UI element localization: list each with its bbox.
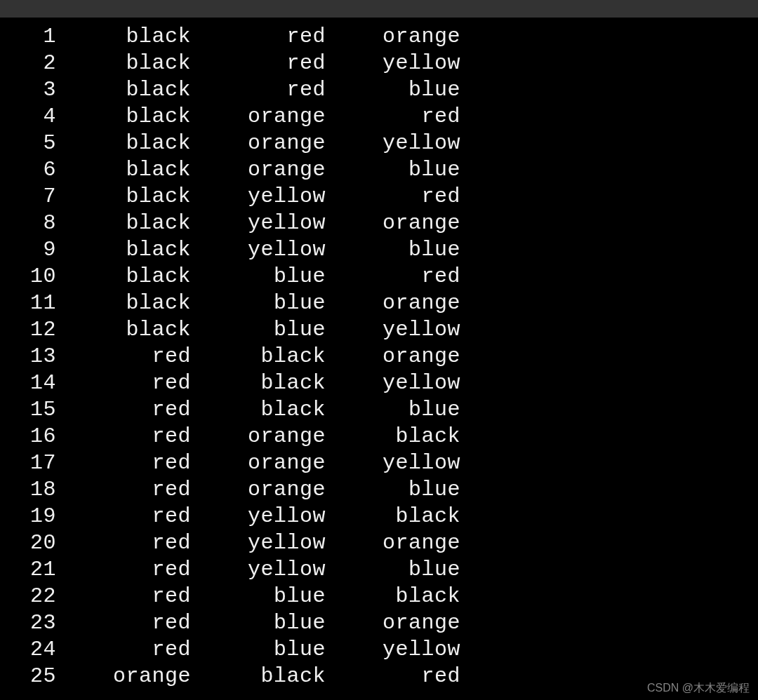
color-col-3: blue (326, 76, 460, 103)
color-col-1: black (56, 130, 191, 156)
output-row: 20redyelloworange (0, 530, 758, 556)
color-col-2: orange (191, 423, 326, 450)
row-index: 1 (0, 23, 56, 50)
color-col-2: blue (191, 263, 326, 290)
color-col-3: orange (326, 530, 460, 556)
output-row: 3blackredblue (0, 76, 758, 103)
row-index: 2 (0, 50, 56, 76)
output-row: 7blackyellowred (0, 183, 758, 210)
color-col-2: orange (191, 103, 326, 130)
output-row: 12blackblueyellow (0, 316, 758, 343)
color-col-1: black (56, 183, 191, 210)
row-index: 23 (0, 610, 56, 636)
color-col-3: yellow (326, 636, 460, 663)
row-index: 10 (0, 263, 56, 290)
color-col-3: black (326, 583, 460, 610)
row-index: 17 (0, 450, 56, 476)
output-row: 16redorangeblack (0, 423, 758, 450)
row-index: 18 (0, 476, 56, 503)
output-row: 19redyellowblack (0, 503, 758, 530)
color-col-3: red (326, 263, 460, 290)
row-index: 19 (0, 503, 56, 530)
color-col-1: red (56, 396, 191, 423)
color-col-3: blue (326, 556, 460, 583)
color-col-3: blue (326, 396, 460, 423)
color-col-2: red (191, 50, 326, 76)
output-row: 1blackredorange (0, 23, 758, 50)
output-row: 8blackyelloworange (0, 210, 758, 236)
row-index: 20 (0, 530, 56, 556)
color-col-1: black (56, 50, 191, 76)
color-col-3: yellow (326, 450, 460, 476)
color-col-2: black (191, 663, 326, 689)
color-col-3: orange (326, 210, 460, 236)
output-row: 2blackredyellow (0, 50, 758, 76)
color-col-3: orange (326, 290, 460, 316)
output-row: 5blackorangeyellow (0, 130, 758, 156)
row-index: 12 (0, 316, 56, 343)
color-col-2: orange (191, 156, 326, 183)
color-col-3: red (326, 103, 460, 130)
color-col-1: red (56, 503, 191, 530)
color-col-1: orange (56, 663, 191, 689)
color-col-1: black (56, 210, 191, 236)
row-index: 21 (0, 556, 56, 583)
color-col-1: black (56, 290, 191, 316)
color-col-1: black (56, 23, 191, 50)
color-col-2: blue (191, 316, 326, 343)
color-col-1: red (56, 450, 191, 476)
color-col-2: black (191, 396, 326, 423)
color-col-2: blue (191, 610, 326, 636)
row-index: 22 (0, 583, 56, 610)
color-col-2: orange (191, 450, 326, 476)
terminal-output: 1blackredorange2blackredyellow3blackredb… (0, 18, 758, 689)
window-title-bar[interactable] (0, 0, 758, 18)
output-row: 11blackblueorange (0, 290, 758, 316)
output-row: 22redblueblack (0, 583, 758, 610)
color-col-2: yellow (191, 503, 326, 530)
color-col-1: red (56, 343, 191, 370)
row-index: 8 (0, 210, 56, 236)
output-row: 23redblueorange (0, 610, 758, 636)
color-col-2: blue (191, 583, 326, 610)
color-col-2: yellow (191, 210, 326, 236)
output-row: 18redorangeblue (0, 476, 758, 503)
row-index: 14 (0, 370, 56, 396)
color-col-3: orange (326, 23, 460, 50)
row-index: 15 (0, 396, 56, 423)
color-col-1: black (56, 263, 191, 290)
output-row: 13redblackorange (0, 343, 758, 370)
color-col-1: black (56, 236, 191, 263)
color-col-2: black (191, 343, 326, 370)
row-index: 7 (0, 183, 56, 210)
color-col-1: red (56, 583, 191, 610)
output-row: 17redorangeyellow (0, 450, 758, 476)
output-row: 24redblueyellow (0, 636, 758, 663)
color-col-2: yellow (191, 556, 326, 583)
row-index: 6 (0, 156, 56, 183)
output-row: 21redyellowblue (0, 556, 758, 583)
row-index: 25 (0, 663, 56, 689)
color-col-1: red (56, 423, 191, 450)
output-row: 6blackorangeblue (0, 156, 758, 183)
color-col-2: orange (191, 476, 326, 503)
row-index: 16 (0, 423, 56, 450)
color-col-2: blue (191, 636, 326, 663)
color-col-3: yellow (326, 316, 460, 343)
color-col-2: blue (191, 290, 326, 316)
color-col-1: red (56, 530, 191, 556)
color-col-1: black (56, 103, 191, 130)
color-col-2: yellow (191, 236, 326, 263)
output-row: 10blackbluered (0, 263, 758, 290)
color-col-3: blue (326, 236, 460, 263)
color-col-1: black (56, 76, 191, 103)
color-col-3: orange (326, 610, 460, 636)
color-col-3: black (326, 423, 460, 450)
output-row: 9blackyellowblue (0, 236, 758, 263)
output-row: 15redblackblue (0, 396, 758, 423)
output-row: 25orangeblackred (0, 663, 758, 689)
row-index: 9 (0, 236, 56, 263)
color-col-1: black (56, 156, 191, 183)
color-col-1: red (56, 370, 191, 396)
row-index: 4 (0, 103, 56, 130)
